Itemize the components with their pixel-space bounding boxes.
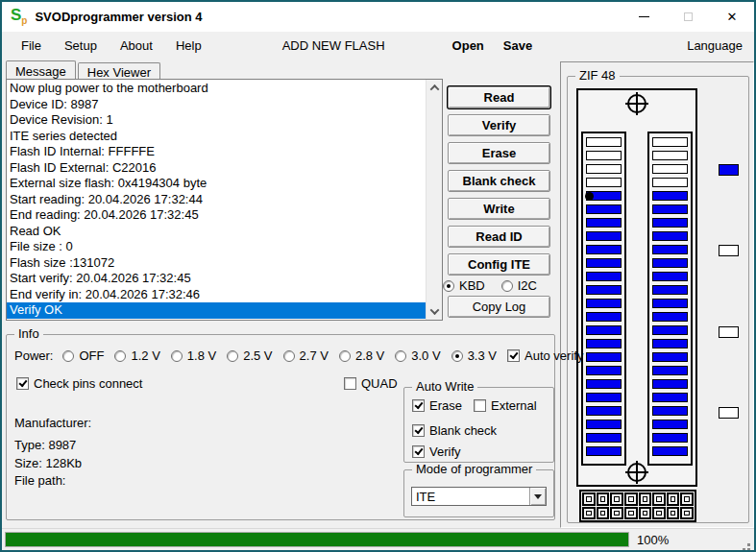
minimize-button[interactable] (622, 2, 666, 32)
verify-button[interactable]: Verify (448, 114, 550, 136)
menu-item-add-new-flash[interactable]: ADD NEW FLASH (275, 35, 393, 57)
zif-pin-slot (586, 299, 622, 308)
app-icon: Sp (11, 7, 27, 26)
log-line[interactable]: Start verify: 20.04.2026 17:32:45 (7, 271, 426, 287)
zif-pin-slot (652, 258, 688, 268)
zif-pin-slot (586, 406, 622, 416)
zif-pin-slot (586, 312, 622, 322)
menu-item-file[interactable]: File (10, 35, 53, 57)
radio-label: 3.0 V (411, 349, 440, 362)
checkbox-label: Verify (429, 445, 461, 458)
log-line[interactable]: End reading: 20.04.2026 17:32:45 (7, 207, 426, 224)
log-line[interactable]: File size : 0 (7, 239, 426, 255)
close-button[interactable]: ✕ (710, 2, 754, 32)
power-radio-3-0-v[interactable]: 3.0 V (395, 349, 440, 362)
log-line[interactable]: External size flash: 0x4194304 byte (7, 176, 426, 192)
status-bar: 100% (2, 528, 754, 550)
auto-write-erase[interactable]: Erase (412, 399, 462, 412)
auto-write-blank-check[interactable]: Blank check (412, 424, 497, 437)
log-line[interactable]: Start reading: 20.04.2026 17:32:44 (7, 192, 426, 208)
blank-check-button[interactable]: Blank check (448, 170, 550, 192)
log-line[interactable]: Read OK (7, 224, 426, 240)
checkbox-label: Auto verify (524, 349, 583, 362)
menu-left: FileSetupAboutHelp (10, 35, 213, 57)
radio-label: 2.8 V (355, 349, 384, 362)
menu-item-language[interactable]: Language (683, 35, 746, 57)
progress-bar (5, 532, 629, 547)
scroll-up-button[interactable] (427, 80, 443, 96)
zif-pin-slot (586, 366, 622, 375)
resize-grip[interactable] (747, 543, 750, 546)
zif-pin-slot (652, 285, 688, 295)
auto-write-verify[interactable]: Verify (412, 445, 461, 458)
erase-button[interactable]: Erase (448, 142, 550, 164)
scroll-down-button[interactable] (427, 303, 443, 320)
zif-pin-slot (652, 379, 688, 389)
menu-item-save[interactable]: Save (494, 35, 542, 57)
zif-pin-slot (586, 339, 622, 348)
log-list: Now plug power to the motherboardDevice … (7, 81, 426, 320)
menu-item-setup[interactable]: Setup (53, 35, 109, 57)
zif-pin-slot (586, 258, 622, 268)
header-connector (579, 490, 696, 522)
zif-indicator (719, 164, 739, 176)
connector-pin (610, 492, 623, 506)
menu-item-about[interactable]: About (109, 35, 164, 57)
zif-pin-slot (652, 204, 688, 214)
log-line[interactable]: Device ID: 8987 (7, 97, 426, 113)
log-line[interactable]: Flash ID Internal: FFFFFE (7, 144, 426, 160)
mode-group-title: Mode of programmer (412, 463, 536, 476)
power-radio-2-8-v[interactable]: 2.8 V (339, 349, 384, 362)
dropdown-button[interactable] (529, 488, 546, 505)
zif-pin-slot (586, 218, 622, 228)
zif-pin-slot (652, 272, 688, 281)
log-line[interactable]: ITE series detected (7, 129, 426, 145)
zif-column-right (647, 132, 693, 466)
power-radio-3-3-v[interactable]: 3.3 V (451, 349, 497, 362)
read-id-button[interactable]: Read ID (448, 226, 550, 248)
radio-i2c[interactable]: I2C (501, 279, 537, 292)
info-field-size-128kb: Size: 128Kb (14, 456, 82, 470)
close-icon: ✕ (727, 11, 738, 23)
log-line[interactable]: Flash size :131072 (7, 255, 426, 272)
zif-indicator (719, 407, 739, 419)
log-line[interactable]: Now plug power to the motherboard (7, 81, 426, 97)
copy-log-button[interactable]: Copy Log (448, 296, 550, 318)
log-line[interactable]: End verify in: 20.04.2026 17:32:46 (7, 287, 426, 303)
quad-checkbox[interactable]: QUAD (344, 377, 398, 390)
connector-pin (582, 507, 596, 520)
screw-icon (627, 463, 646, 482)
zif-pin-slot (586, 164, 622, 174)
menu-item-help[interactable]: Help (164, 35, 213, 57)
checkbox-icon (344, 377, 356, 390)
zif-column-left (581, 132, 626, 466)
connector-pin (624, 507, 638, 520)
config-ite-button[interactable]: Config ITE (448, 253, 550, 276)
action-buttons: ReadVerifyEraseBlank checkWriteRead IDCo… (448, 86, 550, 281)
connector-pin (597, 507, 610, 520)
zif-pin-slot (586, 446, 622, 456)
zif-panel: ZIF 48 (560, 61, 754, 528)
maximize-icon (684, 12, 693, 21)
menu-item-open[interactable]: Open (443, 35, 494, 57)
log-scrollbar[interactable] (426, 80, 442, 320)
tab-hex-viewer[interactable]: Hex Viewer (78, 62, 160, 79)
write-button[interactable]: Write (448, 198, 550, 220)
radio-label: I2C (518, 279, 537, 292)
zif-pin-slot (652, 433, 688, 443)
mode-select[interactable]: ITE (411, 487, 547, 506)
auto-verify-checkbox[interactable]: Auto verify (507, 349, 583, 362)
auto-write-external[interactable]: External (474, 399, 537, 412)
info-field-manufacturer-: Manufacturer: (14, 416, 91, 430)
log-line[interactable]: Device Revision: 1 (7, 112, 426, 129)
radio-kbd[interactable]: KBD (443, 279, 485, 292)
log-line[interactable]: Verify OK (7, 302, 426, 319)
zif-indicator (719, 245, 739, 256)
zif-pin-slot (586, 420, 622, 429)
log-line[interactable]: Flash ID External: C22016 (7, 160, 426, 177)
connector-pin (667, 507, 680, 520)
read-button[interactable]: Read (448, 86, 550, 108)
tab-message[interactable]: Message (6, 60, 76, 79)
radio-circle-icon (451, 350, 463, 362)
chevron-up-icon (430, 84, 440, 94)
